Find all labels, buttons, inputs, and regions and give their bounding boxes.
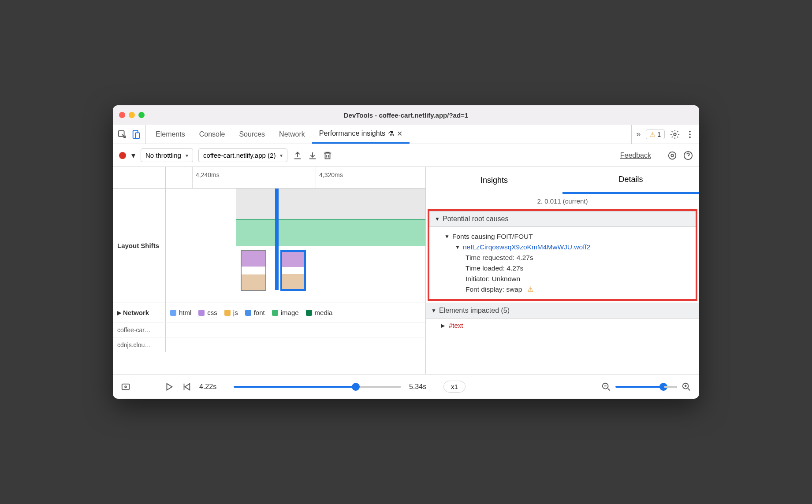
tabs-list: Elements Console Sources Network Perform… [149,125,629,144]
layout-shift-thumb[interactable] [241,250,266,291]
tabs-right-tools: » ⚠ 1 [631,125,695,144]
root-causes-tree: ▼ Fonts causing FOIT/FOUT ▼ neILzCirqosw… [429,227,696,299]
root-causes-header[interactable]: ▼ Potential root causes [429,211,696,227]
font-file-node[interactable]: ▼ neILzCirqoswsqX9zoKmM4MwWJU.woff2 [436,242,689,252]
record-options-dropdown[interactable]: ▾ [131,151,135,160]
warning-icon: ⚠ [650,131,656,138]
legend-font: font [245,309,265,316]
flask-icon: ⚗ [388,130,394,138]
traffic-lights [119,112,145,118]
layout-shift-thumb-selected[interactable] [280,250,306,291]
initiator-row: Initiator: Unknown [436,274,689,284]
playback-slider[interactable] [234,386,401,388]
legend-js: js [224,309,238,316]
chevron-down-icon: ▾ [280,152,283,159]
devtools-window: DevTools - coffee-cart.netlify.app/?ad=1… [113,105,699,399]
help-icon[interactable] [683,151,693,160]
titlebar: DevTools - coffee-cart.netlify.app/?ad=1 [113,105,699,125]
timeline-ruler[interactable]: 4,240ms 4,320ms [113,167,425,188]
svg-point-3 [674,133,676,136]
network-request-row[interactable]: coffee-car… [113,322,425,337]
zoom-slider[interactable] [615,386,677,388]
issues-count: 1 [657,131,661,138]
main-content: 4,240ms 4,320ms Layout Shifts ▶ [113,167,699,374]
row-label-network[interactable]: ▶ Network [113,303,166,322]
panel-toolbar: ▾ No throttling ▾ coffee-cart.netlify.ap… [113,144,699,167]
impacted-element-row[interactable]: ▶ #text [432,320,693,330]
time-requested-row: Time requested: 4.27s [436,252,689,263]
kebab-menu-icon[interactable] [685,130,695,139]
tab-console[interactable]: Console [192,125,232,144]
tab-insights[interactable]: Insights [426,167,562,194]
tabs-left-tools [117,125,146,144]
svg-rect-2 [135,133,139,138]
screenshot-toggle-icon[interactable] [121,382,130,392]
record-button[interactable] [119,152,126,159]
zoom-out-icon[interactable] [601,382,611,392]
network-legend: html css js font image media [166,303,425,322]
tick-label: 4,240ms [196,171,220,178]
legend-css: css [198,309,217,316]
font-file-link[interactable]: neILzCirqoswsqX9zoKmM4MwWJU.woff2 [463,243,590,251]
zoom-in-icon[interactable] [682,382,691,392]
details-body: 2. 0.011 (current) ▼ Potential root caus… [426,194,699,374]
svg-point-11 [125,386,127,388]
svg-point-6 [689,136,691,138]
disclosure-down-icon: ▼ [455,244,460,250]
network-legend-row: ▶ Network html css js font image media [113,303,425,322]
settings-gear-icon[interactable] [670,130,680,139]
svg-point-7 [671,154,674,157]
disclosure-right-icon: ▶ [117,310,121,316]
import-icon[interactable] [308,151,317,160]
svg-point-4 [689,130,691,132]
network-request-row[interactable]: cdnjs.clou… [113,337,425,352]
rewind-icon[interactable] [182,382,191,392]
svg-point-5 [689,133,691,135]
target-select[interactable]: coffee-cart.netlify.app (2) ▾ [198,148,288,162]
chevron-down-icon: ▾ [186,152,188,159]
details-tabs: Insights Details [426,167,699,194]
elements-impacted-header[interactable]: ▼ Elements impacted (5) [426,303,699,319]
feedback-link[interactable]: Feedback [620,152,651,159]
tab-network[interactable]: Network [272,125,312,144]
tab-sources[interactable]: Sources [232,125,272,144]
peek-current-score: 2. 0.011 (current) [426,194,699,208]
main-tabs-bar: Elements Console Sources Network Perform… [113,125,699,144]
more-tabs-icon[interactable]: » [636,130,641,139]
warning-icon: ⚠ [527,285,533,293]
tick-label: 4,320ms [319,171,343,178]
legend-media: media [306,309,333,316]
legend-image: image [272,309,299,316]
inspect-element-icon[interactable] [117,130,127,139]
device-toggle-icon[interactable] [131,130,141,139]
play-icon[interactable] [164,382,174,392]
tab-performance-insights[interactable]: Performance insights ⚗ ✕ [312,125,410,144]
maximize-window-button[interactable] [138,112,145,118]
timeline-panel: 4,240ms 4,320ms Layout Shifts ▶ [113,167,426,374]
legend-html: html [170,309,191,316]
delete-icon[interactable] [323,151,332,160]
disclosure-down-icon: ▼ [431,308,436,314]
tab-elements[interactable]: Elements [149,125,192,144]
fonts-foit-fout-node[interactable]: ▼ Fonts causing FOIT/FOUT [436,231,689,242]
window-title: DevTools - coffee-cart.netlify.app/?ad=1 [344,111,468,119]
time-loaded-row: Time loaded: 4.27s [436,263,689,274]
details-panel: Insights Details 2. 0.011 (current) ▼ Po… [426,167,699,374]
close-tab-icon[interactable]: ✕ [397,130,402,138]
layout-shifts-track[interactable] [166,189,425,303]
svg-point-8 [669,152,676,159]
zoom-controls [601,382,691,392]
playback-end-time: 5.34s [409,383,436,391]
export-icon[interactable] [293,151,302,160]
issues-badge[interactable]: ⚠ 1 [646,130,665,139]
tab-details[interactable]: Details [562,167,699,194]
root-causes-highlight: ▼ Potential root causes ▼ Fonts causing … [428,209,697,301]
close-window-button[interactable] [119,112,125,118]
playback-bar: 4.22s 5.34s x1 [113,374,699,399]
disclosure-down-icon: ▼ [435,216,440,222]
throttling-select[interactable]: No throttling ▾ [141,148,193,162]
playback-speed[interactable]: x1 [443,381,466,393]
minimize-window-button[interactable] [129,112,135,118]
panel-settings-icon[interactable] [667,151,677,160]
disclosure-right-icon: ▶ [441,322,446,329]
